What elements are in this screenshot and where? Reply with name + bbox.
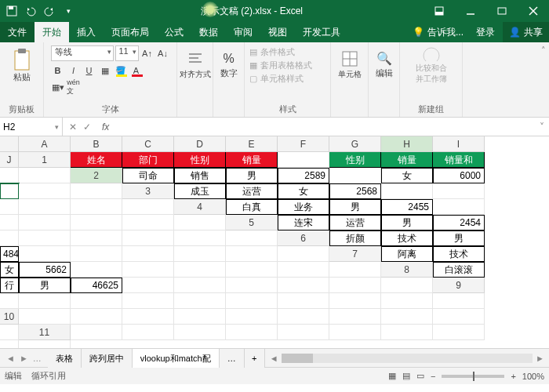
cell[interactable] <box>71 325 122 340</box>
cell[interactable] <box>226 262 278 278</box>
cell[interactable] <box>329 325 381 340</box>
cell[interactable]: 5662 <box>19 262 71 278</box>
phonetic-button[interactable]: wén文 <box>67 80 81 94</box>
cell[interactable] <box>71 309 122 325</box>
font-color-button[interactable]: A <box>129 64 144 78</box>
tab-review[interactable]: 审阅 <box>226 22 260 42</box>
cell[interactable]: 男 <box>329 199 381 215</box>
cell[interactable] <box>278 325 329 340</box>
cell[interactable] <box>122 230 174 246</box>
col-header[interactable]: B <box>71 136 122 152</box>
tab-data[interactable]: 数据 <box>191 22 226 42</box>
tab-nav-prev-icon[interactable]: ◄ <box>6 354 15 363</box>
cell[interactable] <box>0 168 19 183</box>
row-header[interactable]: 4 <box>174 199 226 215</box>
row-header[interactable]: 9 <box>433 278 485 293</box>
cell[interactable]: 白滚滚 <box>433 262 485 278</box>
cell[interactable] <box>71 199 122 215</box>
expand-formula-bar-icon[interactable]: ˅ <box>535 122 549 132</box>
cell[interactable] <box>71 183 122 199</box>
bold-button[interactable]: B <box>51 64 65 78</box>
cell[interactable]: 4841 <box>0 246 19 262</box>
cell[interactable] <box>226 293 278 309</box>
cell[interactable] <box>122 199 174 215</box>
cell[interactable]: 女 <box>381 168 433 183</box>
maximize-icon[interactable] <box>486 0 518 22</box>
close-icon[interactable] <box>518 0 549 22</box>
cell[interactable] <box>226 325 278 340</box>
cell[interactable]: 技术 <box>381 230 433 246</box>
cell[interactable]: 销量和 <box>433 152 485 168</box>
cell[interactable] <box>122 278 174 293</box>
zoom-slider[interactable] <box>442 375 504 378</box>
cell[interactable] <box>122 262 174 278</box>
cell[interactable] <box>0 325 19 340</box>
share-button[interactable]: 👤共享 <box>503 22 549 42</box>
cell[interactable] <box>226 309 278 325</box>
qat-more-icon[interactable]: ▾ <box>60 2 77 20</box>
cell[interactable] <box>71 215 122 230</box>
cell[interactable] <box>174 215 226 230</box>
tab-formula[interactable]: 公式 <box>157 22 191 42</box>
cell[interactable]: 姓名 <box>71 152 122 168</box>
cell[interactable] <box>278 262 329 278</box>
cell[interactable] <box>122 293 174 309</box>
cell[interactable] <box>381 309 433 325</box>
underline-button[interactable]: U <box>82 64 96 78</box>
cell[interactable] <box>433 293 485 309</box>
cell[interactable] <box>433 309 485 325</box>
row-header[interactable]: 11 <box>19 325 71 340</box>
font-name-select[interactable]: 等线 <box>51 45 114 61</box>
cell[interactable]: 技术 <box>433 246 485 262</box>
cell[interactable]: 运营 <box>226 183 278 199</box>
cell[interactable] <box>19 230 71 246</box>
col-header[interactable]: C <box>122 136 174 152</box>
cell[interactable] <box>0 293 19 309</box>
cell[interactable]: 6000 <box>433 168 485 183</box>
col-header[interactable]: J <box>0 152 19 168</box>
cell[interactable] <box>174 309 226 325</box>
col-header[interactable]: E <box>226 136 278 152</box>
view-normal-icon[interactable]: ▦ <box>388 371 396 381</box>
tab-nav-more-icon[interactable]: … <box>33 354 42 363</box>
tab-nav-next-icon[interactable]: ► <box>20 354 28 363</box>
cell[interactable] <box>0 215 19 230</box>
cell[interactable] <box>381 293 433 309</box>
cell[interactable] <box>19 183 71 199</box>
cell[interactable] <box>174 325 226 340</box>
hscroll-track[interactable] <box>282 354 533 363</box>
hscroll-right-icon[interactable]: ► <box>536 354 544 363</box>
cell[interactable] <box>433 325 485 340</box>
number-button[interactable]: % 数字 <box>213 45 245 85</box>
col-header[interactable]: F <box>278 136 329 152</box>
cell[interactable] <box>71 230 122 246</box>
cell[interactable] <box>329 278 381 293</box>
fill-color-button[interactable]: 🪣 <box>114 64 128 78</box>
cell[interactable] <box>71 246 122 262</box>
cell[interactable] <box>19 199 71 215</box>
cell[interactable]: 男 <box>381 215 433 230</box>
decrease-font-icon[interactable]: A↓ <box>156 46 170 60</box>
cell[interactable]: 运营 <box>329 215 381 230</box>
cell[interactable] <box>0 230 19 246</box>
cell[interactable] <box>226 246 278 262</box>
cell[interactable] <box>278 152 329 168</box>
cell[interactable]: 业务 <box>278 199 329 215</box>
cell[interactable]: 男 <box>226 168 278 183</box>
cell[interactable]: 连宋 <box>278 215 329 230</box>
italic-button[interactable]: I <box>67 64 81 78</box>
spreadsheet-grid[interactable]: ABCDEFGHIJ1姓名部门性别销量性别销量销量和2司命销售男2589女600… <box>0 136 549 348</box>
cell[interactable] <box>174 278 226 293</box>
cell[interactable] <box>329 309 381 325</box>
borders-dropdown[interactable]: ▦▾ <box>51 80 65 94</box>
cell[interactable] <box>122 246 174 262</box>
select-all-corner[interactable] <box>0 136 19 152</box>
col-header[interactable]: G <box>329 136 381 152</box>
name-box[interactable]: H2 <box>0 118 63 136</box>
cell[interactable] <box>174 230 226 246</box>
cell[interactable] <box>174 262 226 278</box>
cell[interactable] <box>278 293 329 309</box>
tab-layout[interactable]: 页面布局 <box>104 22 157 42</box>
enter-formula-icon[interactable]: ✓ <box>83 122 91 132</box>
cell[interactable]: 性别 <box>174 152 226 168</box>
